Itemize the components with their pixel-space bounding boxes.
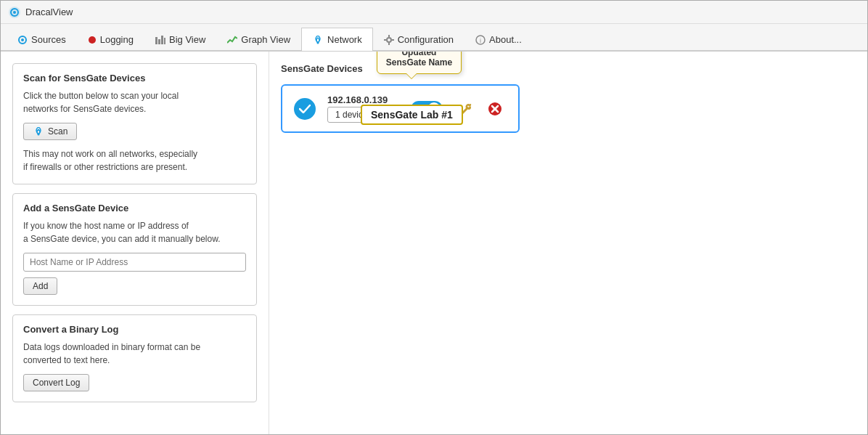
wifi-icon: [33, 127, 44, 136]
sensgate-devices-title: SensGate Devices: [281, 63, 856, 74]
right-panel: SensGate Devices Updated SensGate Name S…: [269, 52, 867, 434]
delete-icon: [487, 101, 503, 117]
device-ip: 192.168.0.139: [327, 94, 388, 105]
convert-section: Convert a Binary Log Data logs downloade…: [12, 314, 257, 402]
scan-button[interactable]: Scan: [23, 123, 77, 140]
svg-point-13: [38, 134, 40, 136]
add-button[interactable]: Add: [23, 277, 57, 295]
delete-button[interactable]: [483, 97, 507, 121]
add-section: Add a SensGate Device If you know the ho…: [12, 193, 257, 306]
tab-big-view[interactable]: Big View: [144, 28, 216, 51]
scan-section-title: Scan for SensGate Devices: [23, 73, 246, 84]
scan-desc: Click the button below to scan your loca…: [23, 89, 246, 115]
app-title: DracalView: [25, 7, 73, 17]
tab-logging[interactable]: Logging: [77, 28, 144, 51]
device-name-label: SensGate Lab #1: [361, 105, 463, 125]
svg-point-4: [21, 38, 24, 41]
svg-point-5: [89, 36, 96, 44]
tooltip-box: Updated SensGate Name: [377, 52, 462, 74]
tab-configuration[interactable]: Configuration: [373, 28, 464, 51]
tab-bar: Sources Logging Big View Graph View Netw…: [1, 24, 867, 52]
left-panel: Scan for SensGate Devices Click the butt…: [1, 52, 269, 434]
tab-sources[interactable]: Sources: [7, 28, 77, 51]
host-ip-input[interactable]: [23, 253, 246, 272]
tab-network[interactable]: Network: [301, 28, 373, 51]
svg-rect-6: [155, 37, 157, 44]
app-icon: [8, 6, 21, 19]
title-bar: DracalView: [1, 1, 867, 24]
add-desc: If you know the host name or IP address …: [23, 219, 246, 245]
svg-point-2: [13, 11, 16, 14]
main-content: Scan for SensGate Devices Click the butt…: [1, 52, 867, 434]
svg-rect-9: [164, 38, 165, 44]
scan-section: Scan for SensGate Devices Click the butt…: [12, 63, 257, 184]
device-check-icon: [294, 98, 316, 120]
svg-point-10: [317, 41, 319, 44]
tab-about[interactable]: i About...: [464, 28, 533, 51]
convert-section-title: Convert a Binary Log: [23, 324, 246, 335]
svg-text:i: i: [480, 37, 481, 44]
svg-rect-7: [158, 39, 160, 44]
scan-note: This may not work on all networks, espec…: [23, 147, 246, 174]
tab-graph-view[interactable]: Graph View: [216, 28, 301, 51]
convert-desc: Data logs downloaded in binary format ca…: [23, 341, 246, 367]
convert-log-button[interactable]: Convert Log: [23, 374, 89, 391]
svg-rect-8: [161, 36, 163, 44]
add-section-title: Add a SensGate Device: [23, 203, 246, 214]
